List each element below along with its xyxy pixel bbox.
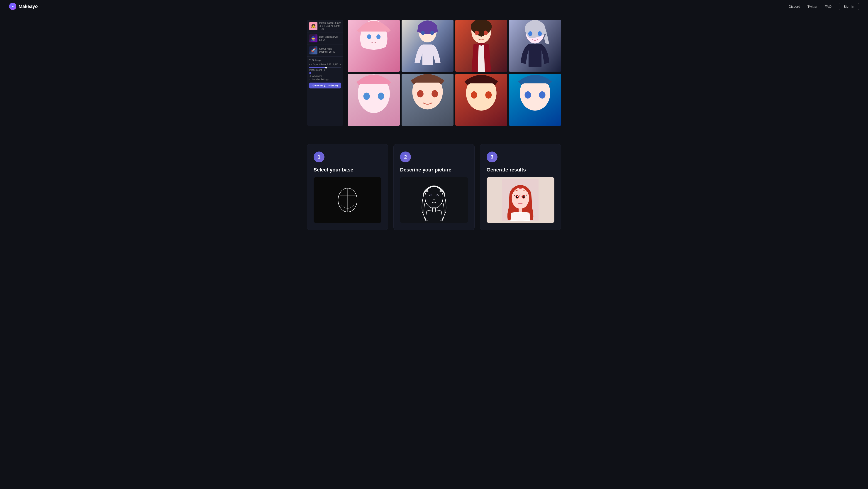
slider-fill [309, 67, 325, 68]
step-card-2: 2 Describe your picture [394, 144, 474, 230]
settings-label: Settings [312, 59, 321, 61]
grid-image-7[interactable] [455, 74, 507, 126]
svg-point-41 [436, 194, 438, 196]
svg-point-51 [517, 196, 518, 196]
svg-rect-18 [529, 44, 541, 67]
lora-label-1: Miyako Saitou 斎藤美夜子 | Oshi no Ko 推しの子 [319, 22, 341, 30]
step-card-1: 1 Select your base [307, 144, 388, 230]
grid-image-5[interactable] [348, 74, 400, 126]
aspect-ratio-slider[interactable] [309, 67, 341, 68]
nav-discord[interactable]: Discord [788, 4, 800, 8]
step-title-1: Select your base [314, 167, 381, 173]
sign-in-button[interactable]: Sign In [839, 3, 859, 10]
chevron-updown-icon: ⇅ [339, 63, 341, 66]
step-image-2 [400, 177, 468, 223]
brand: Makeayo [9, 3, 38, 10]
settings-header[interactable]: ▾ Settings [309, 59, 341, 61]
image-count-label: Image count: [309, 69, 322, 71]
hero-section: 👧 Miyako Saitou 斎藤美夜子 | Oshi no Ko 推しの子 … [298, 13, 570, 130]
grid-image-2[interactable] [402, 20, 454, 72]
svg-point-13 [484, 30, 488, 35]
svg-point-3 [367, 34, 371, 39]
gear-icon: ⚙ [309, 75, 311, 77]
step-image-3 [487, 177, 554, 223]
step-title-3: Generate results [487, 167, 554, 173]
step-title-2: Describe your picture [400, 167, 468, 173]
nav-faq[interactable]: FAQ [825, 4, 832, 8]
step-card-3: 3 Generate results [480, 144, 561, 230]
step-number-1: 1 [318, 154, 320, 160]
step-badge-2: 2 [400, 152, 411, 162]
brand-name: Makeayo [19, 4, 38, 9]
advanced-row[interactable]: ⚙ Advanced [309, 75, 341, 77]
grid-image-8[interactable] [509, 74, 561, 126]
grid-image-6[interactable] [402, 74, 454, 126]
svg-point-30 [485, 91, 492, 99]
aspect-ratio-label: Aspect Ratio: 1:1 [313, 63, 330, 66]
lora-item-2[interactable]: 🧙 Dark Magician Girl LoRA [307, 32, 343, 44]
svg-point-45 [427, 190, 429, 192]
advanced-label: Advanced [312, 75, 322, 77]
svg-point-17 [538, 31, 542, 36]
step-number-2: 2 [404, 154, 407, 160]
lora-label-3: Samus Aran (Metroid) LoRA [319, 48, 341, 53]
svg-point-39 [425, 186, 443, 208]
lora-thumb-3: 🚀 [309, 46, 317, 55]
svg-point-8 [430, 31, 434, 35]
slider-thumb [325, 67, 327, 68]
lora-thumb-1: 👧 [309, 22, 317, 30]
settings-panel: ▾ Settings <> Aspect Ratio: 1:1 512,512 … [307, 57, 343, 90]
upscaler-label: Upscaler Settings [311, 78, 329, 81]
lora-item-1[interactable]: 👧 Miyako Saitou 斎藤美夜子 | Oshi no Ko 推しの子 [307, 20, 343, 32]
image-grid [348, 20, 561, 126]
image-count-row: Image count: 1 [309, 69, 341, 71]
chevron-down-icon: ▾ [309, 59, 311, 61]
svg-point-34 [539, 91, 545, 99]
navbar: Makeayo Discord Twitter FAQ Sign In [0, 0, 868, 13]
svg-point-42 [431, 194, 432, 195]
grid-image-4[interactable] [509, 20, 561, 72]
svg-point-33 [525, 91, 531, 99]
svg-point-25 [417, 90, 424, 97]
step-badge-1: 1 [314, 152, 324, 162]
svg-point-54 [524, 196, 525, 196]
logo-icon [9, 3, 16, 10]
svg-point-4 [376, 34, 380, 39]
grid-image-1[interactable] [348, 20, 400, 72]
svg-point-7 [421, 31, 425, 35]
code-icon: <> [309, 63, 312, 66]
svg-point-21 [364, 93, 370, 100]
step-image-1 [314, 177, 381, 223]
steps-section: 1 Select your base 2 Describe your pictu… [298, 130, 570, 239]
svg-point-26 [432, 90, 438, 97]
svg-point-40 [430, 194, 432, 196]
svg-point-50 [516, 195, 518, 198]
nav-links: Discord Twitter FAQ Sign In [788, 3, 859, 10]
aspect-ratio-value: 512,512 [330, 63, 338, 66]
chevron-right-icon: › [309, 78, 310, 81]
svg-point-29 [471, 91, 477, 99]
svg-point-43 [437, 194, 438, 195]
aspect-ratio-row: <> Aspect Ratio: 1:1 512,512 ⇅ [309, 63, 341, 66]
svg-point-16 [528, 31, 532, 36]
svg-point-48 [512, 188, 529, 209]
upscaler-row[interactable]: › Upscaler Settings [309, 78, 341, 81]
count-indicator [309, 72, 311, 74]
lora-thumb-2: 🧙 [309, 34, 317, 42]
svg-point-12 [475, 30, 479, 35]
lora-label-2: Dark Magician Girl LoRA [319, 35, 341, 41]
step-number-3: 3 [491, 154, 493, 160]
svg-point-46 [439, 190, 441, 192]
lora-item-3[interactable]: 🚀 Samus Aran (Metroid) LoRA [307, 44, 343, 57]
image-count-value: 1 [324, 69, 325, 71]
left-panel: 👧 Miyako Saitou 斎藤美夜子 | Oshi no Ko 推しの子 … [307, 20, 343, 126]
generate-button[interactable]: Generate (Ctrl+Enter) [309, 83, 341, 88]
step-badge-3: 3 [487, 152, 497, 162]
svg-point-53 [523, 195, 525, 198]
nav-twitter[interactable]: Twitter [807, 4, 817, 8]
svg-point-22 [378, 93, 384, 100]
grid-image-3[interactable] [455, 20, 507, 72]
